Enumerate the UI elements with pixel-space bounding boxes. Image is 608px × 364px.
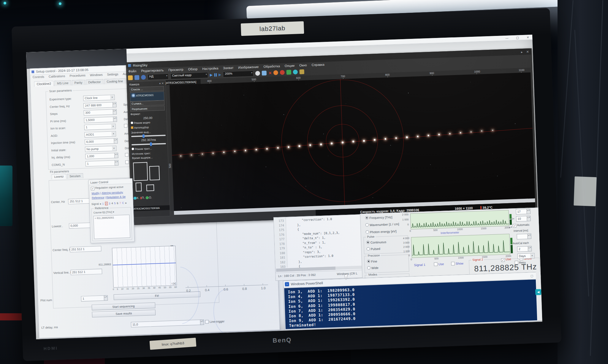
- modify-link[interactable]: Modify | Altering sensitivity: [91, 191, 123, 195]
- mode-combo[interactable]: НД: [148, 74, 169, 80]
- spinner[interactable]: ▲▼: [113, 116, 117, 122]
- field-1[interactable]: 247 888 800: [83, 102, 115, 109]
- scroll-arrows[interactable]: ▴ ▾: [509, 226, 512, 228]
- capture-button[interactable]: Съемка...: [130, 100, 164, 106]
- spinner[interactable]: ▲▼: [113, 102, 117, 107]
- lt-delay-field[interactable]: 11,0: [131, 320, 202, 327]
- signal2-use-checkbox[interactable]: ✓ Use: [501, 257, 511, 262]
- field-2[interactable]: 300: [84, 109, 115, 116]
- field-0[interactable]: Clock line▾: [83, 95, 115, 101]
- automatic-checkbox[interactable]: ✓ Automatic: [513, 223, 530, 228]
- field-7[interactable]: No pump▾: [85, 145, 117, 152]
- unit-radio-2[interactable]: Photon energy [eV]: [366, 229, 397, 234]
- spinner[interactable]: ▲▼: [114, 153, 118, 158]
- chevron-down-icon[interactable]: ▾: [110, 95, 114, 99]
- rs-menu-item[interactable]: Обработка: [263, 64, 280, 69]
- signal-6[interactable]: 6: [117, 202, 118, 205]
- lt-delay-spinner[interactable]: ▲▼: [200, 320, 204, 325]
- signal-5[interactable]: 5: [114, 202, 115, 205]
- color-icon[interactable]: [293, 69, 298, 74]
- hand-icon[interactable]: [255, 71, 260, 76]
- side-spinner[interactable]: ▲▼: [526, 209, 531, 214]
- side-spinner[interactable]: ▲▼: [527, 233, 531, 239]
- pulse-radio-1[interactable]: Pulsed: [367, 247, 380, 251]
- tab-cooling-line[interactable]: Cooling line: [104, 78, 126, 85]
- plot-nav-arrows[interactable]: ◂ ▸: [170, 244, 174, 247]
- chevron-down-icon[interactable]: ▾: [111, 124, 115, 128]
- history-icon[interactable]: [141, 75, 146, 80]
- signal-2[interactable]: 2: [105, 202, 107, 205]
- tab-clockline2[interactable]: Clockline2: [34, 81, 54, 87]
- rs-menu-item[interactable]: Изображение: [238, 65, 259, 69]
- side-spinner[interactable]: ▲▼: [528, 246, 532, 251]
- play-icon[interactable]: ▶: [210, 73, 213, 77]
- spinner[interactable]: ▲▼: [113, 109, 117, 115]
- fit-tab-lorentz[interactable]: Lorentz: [51, 174, 66, 179]
- menu-calibrations[interactable]: Calibrations: [49, 74, 65, 78]
- save-results-button[interactable]: Save results: [92, 310, 156, 317]
- field-6[interactable]: 6,000: [85, 138, 116, 145]
- reference-link[interactable]: Reference | Regulation & Se: [92, 195, 126, 199]
- gain-slider[interactable]: [132, 143, 166, 145]
- spinner[interactable]: ▲▼: [114, 138, 118, 144]
- resolution-button[interactable]: Разрешение:: [130, 106, 165, 112]
- field-9[interactable]: 1: [86, 160, 117, 166]
- reference-list[interactable]: = 811,288825001: [93, 215, 130, 239]
- fit-tab-seculars[interactable]: Seculars: [67, 173, 83, 179]
- precision-radio-1[interactable]: Wide: [367, 266, 379, 270]
- step-icon[interactable]: ▶: [218, 72, 221, 77]
- minimize-icon[interactable]: —: [505, 36, 508, 39]
- retry-checkbox[interactable]: Retry: [514, 260, 526, 264]
- exposure-slider[interactable]: [131, 135, 166, 137]
- open-icon[interactable]: [128, 75, 133, 80]
- field-8[interactable]: 1,000: [85, 153, 117, 159]
- close-icon[interactable]: ✕: [527, 36, 529, 39]
- rs-menu-item[interactable]: Справка: [311, 63, 324, 66]
- chevron-down-icon[interactable]: ▾: [111, 132, 115, 136]
- zoom-combo[interactable]: 200%: [223, 71, 254, 78]
- line-trigger-checkbox[interactable]: Line-trigger: [205, 320, 225, 324]
- signal-1[interactable]: 1: [102, 202, 104, 205]
- signal1-show-checkbox[interactable]: Show: [451, 261, 463, 265]
- maximize-icon[interactable]: ▢: [516, 36, 519, 39]
- rs-menu-item[interactable]: Обзор: [188, 67, 197, 71]
- field-3[interactable]: 1,5000: [84, 116, 116, 123]
- field-5[interactable]: AOD1▾: [84, 131, 116, 137]
- rs-menu-item[interactable]: Захват: [223, 66, 233, 70]
- regulation-checkbox[interactable]: ✓ Regulation signal active: [91, 185, 124, 190]
- laser-titlebar[interactable]: Laser Control: [89, 179, 132, 185]
- trigger-mode-radio[interactable]: Режим тригг...: [132, 147, 166, 151]
- precision-radio-0[interactable]: Fine: [367, 259, 377, 263]
- rs-menu-item[interactable]: Окно: [299, 63, 307, 67]
- rs-menu-item[interactable]: Файл: [128, 69, 136, 73]
- dock-title[interactable]: Камера▾ ✕: [129, 82, 164, 86]
- camera-select-button[interactable]: ATR3CMOS01: [130, 91, 164, 101]
- menu-procedures[interactable]: Procedures: [69, 73, 86, 77]
- dock-footer-icons[interactable]: ⬤К. ▮П. ⬤О.: [133, 195, 168, 200]
- tab-parity[interactable]: Parity: [72, 80, 85, 85]
- image-icon[interactable]: [262, 71, 267, 76]
- rs-menu-item[interactable]: Опции: [285, 64, 295, 68]
- rs-menu-item[interactable]: Настройка: [202, 66, 218, 71]
- rs-menu-item[interactable]: Просмотр: [168, 68, 183, 72]
- auto-checkbox[interactable]: Автоподбор: [131, 125, 165, 129]
- fit-field[interactable]: 251 512 1: [71, 269, 102, 275]
- signal-3[interactable]: 3: [109, 202, 110, 205]
- ion-camera-view[interactable]: [170, 72, 535, 211]
- capture-icon[interactable]: [300, 69, 305, 74]
- delete-icon[interactable]: ✕: [268, 71, 272, 75]
- save-icon[interactable]: [134, 75, 140, 80]
- days-combo[interactable]: Days▾: [517, 253, 535, 259]
- unit-radio-1[interactable]: Wavenumber [1 / cm]: [365, 222, 399, 227]
- add-icon[interactable]: [286, 70, 292, 75]
- plot-num-spinner[interactable]: ▲▼: [104, 295, 108, 301]
- tab-deflector[interactable]: Deflector: [86, 79, 104, 85]
- signal-7[interactable]: 7: [119, 201, 121, 204]
- chevron-down-icon[interactable]: ▾: [112, 146, 116, 150]
- unit-radio-0[interactable]: Frequency [THz]: [365, 215, 392, 220]
- tab-ms-line[interactable]: MS Line: [54, 80, 71, 86]
- marker-orange-icon[interactable]: [273, 70, 278, 75]
- rs-menu-item[interactable]: Редактировать: [141, 68, 164, 73]
- video-mode-radio[interactable]: Режим видео: [131, 120, 165, 125]
- spinner[interactable]: ▲▼: [115, 160, 119, 165]
